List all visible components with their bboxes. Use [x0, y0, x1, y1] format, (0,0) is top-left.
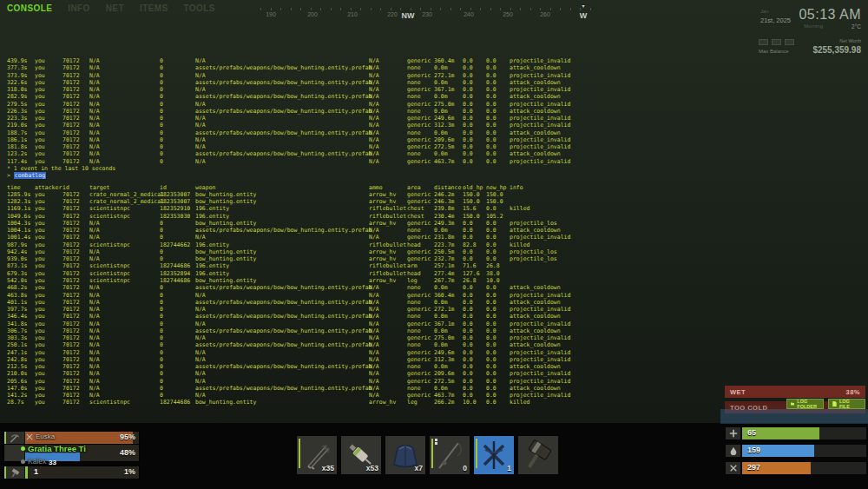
log-cell: 0.0 [486, 341, 510, 348]
log-cell: 209.6m [434, 370, 463, 377]
craft-queue-row[interactable]: 1 1% [3, 466, 140, 479]
hotbar-slot[interactable]: 0 [430, 436, 470, 474]
hotbar-slot[interactable]: x53 [341, 436, 381, 474]
log-cell: 0.0 [486, 101, 510, 108]
log-cell: 0.0 [486, 136, 510, 143]
log-cell: 0.0 [463, 227, 486, 234]
log-cell: none [407, 385, 434, 392]
log-cell: projectile_invalid [510, 320, 648, 327]
log-cell: old_hp [463, 184, 486, 191]
compass-tick [560, 8, 561, 10]
net-worth-value: $255,359.98 [812, 45, 861, 55]
craft-progress-pct: 48% [120, 448, 135, 457]
log-cell: N/A [369, 227, 407, 234]
hotbar-slot[interactable]: x7 [385, 436, 425, 474]
compass-bearing-label: 210 [347, 11, 358, 17]
log-cell: 0.0 [463, 299, 486, 306]
log-cell: none [407, 363, 434, 370]
hammer-icon [521, 438, 556, 472]
log-cell: 0.0 [463, 64, 486, 71]
log-cell: none [407, 150, 434, 157]
compass-tick [431, 8, 431, 10]
log-cell: projectile_invalid [510, 334, 648, 341]
log-cell: arrow_hv [369, 220, 407, 227]
log-cell: assets/prefabs/weapons/bow/bow_hunting.e… [195, 64, 369, 71]
compass-tick [470, 8, 471, 10]
log-cell: 0.0 [463, 248, 486, 255]
log-cell: ammo [369, 184, 407, 191]
log-cell: 0.0m [434, 79, 463, 86]
log-cell: 0.0 [463, 86, 486, 93]
compass-tick [380, 8, 381, 10]
log-cell [510, 191, 648, 198]
log-cell: 246.2m [434, 191, 463, 198]
log-cell: 0.0 [486, 57, 510, 64]
log-cell: 360.4m [434, 292, 463, 299]
log-cell: 0.0 [486, 108, 510, 115]
log-cell: none [407, 79, 434, 86]
log-cell: 0.0 [486, 158, 510, 165]
log-cell: 0.0 [463, 370, 486, 377]
log-cell: 0.0m [434, 150, 463, 157]
log-cell: bow_hunting.entity [195, 220, 369, 227]
log-cell: attack_cooldown [510, 284, 648, 291]
log-cell: 0.0 [463, 349, 486, 356]
compass-tick [440, 8, 441, 10]
log-folder-button[interactable]: LOG FOLDER [786, 399, 824, 409]
team-member-name: Gratia Three Ti [28, 444, 86, 453]
hotbar-slot[interactable]: 1 [474, 436, 514, 474]
log-cell: assets/prefabs/weapons/bow/bow_hunting.e… [195, 385, 369, 392]
log-cell: 0.0 [486, 356, 510, 363]
log-cell: N/A [195, 234, 369, 241]
log-cell: 26.8 [486, 262, 510, 269]
file-icon [832, 401, 837, 406]
log-cell: arm [407, 262, 434, 269]
log-cell: projectile_invalid [510, 306, 648, 313]
log-cell: 0.0 [463, 327, 486, 334]
log-cell: 0.0 [486, 234, 510, 241]
log-cell: 0.0 [486, 392, 510, 399]
log-cell: assets/prefabs/weapons/bow/bow_hunting.e… [195, 150, 369, 157]
log-cell: 0.0 [486, 399, 510, 406]
log-cell: 150.0 [463, 213, 486, 220]
hotbar-slot[interactable]: x35 [297, 436, 337, 474]
log-cell: 0.0 [463, 129, 486, 136]
log-cell: 312.3m [434, 356, 463, 363]
compass-bearing-label: 230 [422, 11, 432, 17]
log-cell [510, 262, 648, 269]
log-cell: generic [407, 57, 434, 64]
log-cell: 0.0m [434, 64, 463, 71]
log-cell: arrow_hv [369, 198, 407, 205]
vital-value: 297 [747, 463, 760, 472]
log-cell: bow_hunting.entity [195, 198, 369, 205]
log-cell: 0.0 [463, 93, 486, 100]
log-cell: 0.0 [486, 363, 510, 370]
bed-icon [772, 39, 781, 45]
log-cell: 0.0m [434, 227, 463, 234]
log-cell: generic [407, 370, 434, 377]
log-cell: 0.0 [463, 57, 486, 64]
log-cell: projectile_invalid [510, 115, 648, 122]
log-cell: arrow_hv [369, 248, 407, 255]
log-cell: killed [510, 399, 648, 406]
log-cell: generic [407, 378, 434, 385]
compass-tick [271, 8, 272, 10]
log-cell: 277.4m [434, 270, 463, 277]
craft-queue-row[interactable]: 95% [3, 431, 140, 445]
log-cell: generic [407, 72, 434, 79]
log-cell: N/A [369, 320, 407, 327]
vital-row-calories: 297 [726, 462, 866, 474]
compass-tick [331, 8, 332, 10]
hotbar-slot[interactable] [518, 436, 558, 474]
log-cell: N/A [195, 334, 369, 341]
folder-icon [791, 401, 794, 406]
compass-tick [480, 8, 481, 10]
sleeping-bag-icon [759, 39, 768, 45]
log-cell: 150.0 [463, 198, 486, 205]
log-cell: 0.0 [463, 122, 486, 129]
log-cell: 0.0 [486, 241, 510, 248]
log-cell: 0.0 [486, 385, 510, 392]
log-file-button[interactable]: LOG FILE [828, 399, 865, 409]
log-cell: N/A [195, 136, 369, 143]
log-cell: head [407, 270, 434, 277]
